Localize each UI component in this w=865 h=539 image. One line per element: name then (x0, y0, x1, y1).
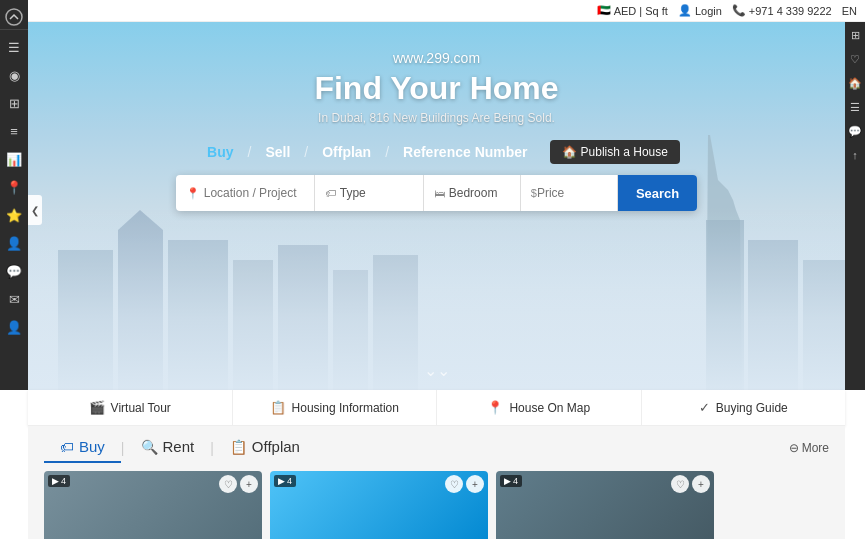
more-label: More (802, 441, 829, 455)
bedroom-select[interactable]: Bedroom Studio 1 2 3+ (449, 186, 510, 200)
property-card-2[interactable]: ▶ 4 ♡ + (270, 471, 488, 539)
hero-content: www.299.com Find Your Home In Dubai, 816… (176, 50, 698, 211)
chevron-left-icon: ❮ (31, 205, 39, 216)
content-tabs: 🏷 Buy | 🔍 Rent | 📋 Offplan ⊖ More (44, 438, 829, 463)
language-selector[interactable]: EN (842, 5, 857, 17)
hero-title: Find Your Home (314, 70, 558, 107)
type-icon: 🏷 (325, 187, 336, 199)
sidebar-star-icon[interactable]: ⭐ (1, 202, 27, 228)
nav-tab-sell[interactable]: Sell (251, 139, 304, 165)
nav-tab-offplan[interactable]: Offplan (308, 139, 385, 165)
card-actions-3: ♡ + (671, 475, 710, 493)
buy-tab-icon: 🏷 (60, 439, 74, 455)
right-panel-menu-icon[interactable]: ☰ (846, 98, 864, 116)
flag-icon: 🇦🇪 (597, 4, 611, 17)
scroll-indicator[interactable]: ⌄⌄ (424, 361, 450, 380)
right-panel-home-icon[interactable]: 🏠 (846, 74, 864, 92)
tab-buy[interactable]: 🏷 Buy (44, 438, 121, 463)
sidebar-location-icon[interactable]: 📍 (1, 174, 27, 200)
video-icon-3: ▶ (504, 476, 511, 486)
sidebar-user-icon[interactable]: 👤 (1, 230, 27, 256)
property-card-1[interactable]: ▶ 4 ♡ + (44, 471, 262, 539)
location-icon: 📍 (186, 187, 200, 200)
offplan-tab-icon: 📋 (230, 439, 247, 455)
buying-guide-label: Buying Guide (716, 401, 788, 415)
svg-point-0 (6, 9, 22, 25)
publish-icon: 🏠 (562, 145, 577, 159)
user-icon: 👤 (678, 4, 692, 17)
buying-guide-icon: ✓ (699, 400, 710, 415)
phone-label: +971 4 339 9222 (749, 5, 832, 17)
card-heart-1[interactable]: ♡ (219, 475, 237, 493)
login-label: Login (695, 5, 722, 17)
publish-label: Publish a House (581, 145, 668, 159)
nav-tab-reference[interactable]: Reference Number (389, 139, 542, 165)
card-actions-2: ♡ + (445, 475, 484, 493)
nav-tab-buy[interactable]: Buy (193, 139, 247, 165)
hero-domain: www.299.com (393, 50, 480, 66)
type-select[interactable]: Type Apartment Villa Townhouse (340, 186, 413, 200)
phone-number[interactable]: 📞 +971 4 339 9222 (732, 4, 832, 17)
house-on-map-icon: 📍 (487, 400, 503, 415)
currency-label: AED | Sq ft (614, 5, 668, 17)
search-nav: Buy / Sell / Offplan / Reference Number … (193, 139, 680, 165)
right-panel-grid-icon[interactable]: ⊞ (846, 26, 864, 44)
offplan-tab-label: Offplan (252, 438, 300, 455)
sidebar-grid-icon[interactable]: ⊞ (1, 90, 27, 116)
content-section: 🏷 Buy | 🔍 Rent | 📋 Offplan ⊖ More ▶ 4 ♡ (28, 426, 845, 539)
right-panel-chat-icon[interactable]: 💬 (846, 122, 864, 140)
logo-icon[interactable] (0, 4, 28, 30)
buying-guide-nav[interactable]: ✓ Buying Guide (642, 390, 846, 425)
location-field[interactable]: 📍 (176, 175, 315, 211)
sidebar-chart-icon[interactable]: 📊 (1, 146, 27, 172)
card-plus-2[interactable]: + (466, 475, 484, 493)
video-badge-3: ▶ 4 (500, 475, 522, 487)
type-field[interactable]: 🏷 Type Apartment Villa Townhouse (315, 175, 424, 211)
housing-info-label: Housing Information (292, 401, 399, 415)
right-panel-up-icon[interactable]: ↑ (846, 146, 864, 164)
language-label: EN (842, 5, 857, 17)
card-heart-2[interactable]: ♡ (445, 475, 463, 493)
sidebar-menu-icon[interactable]: ☰ (1, 34, 27, 60)
sidebar-profile-icon[interactable]: 👤 (1, 314, 27, 340)
card-plus-1[interactable]: + (240, 475, 258, 493)
left-sidebar: ☰ ◉ ⊞ ≡ 📊 📍 ⭐ 👤 💬 ✉ 👤 (0, 0, 28, 390)
video-icon-1: ▶ (52, 476, 59, 486)
house-on-map-nav[interactable]: 📍 House On Map (437, 390, 642, 425)
video-icon-2: ▶ (278, 476, 285, 486)
phone-icon: 📞 (732, 4, 746, 17)
sidebar-circle-icon[interactable]: ◉ (1, 62, 27, 88)
right-panel: ⊞ ♡ 🏠 ☰ 💬 ↑ (845, 22, 865, 390)
login-button[interactable]: 👤 Login (678, 4, 722, 17)
property-card-3[interactable]: ▶ 4 ♡ + (496, 471, 714, 539)
tab-rent[interactable]: 🔍 Rent (125, 438, 211, 463)
housing-info-nav[interactable]: 📋 Housing Information (233, 390, 438, 425)
publish-house-button[interactable]: 🏠 Publish a House (550, 140, 680, 164)
video-badge-2: ▶ 4 (274, 475, 296, 487)
card-actions-1: ♡ + (219, 475, 258, 493)
hero-section: www.299.com Find Your Home In Dubai, 816… (28, 22, 845, 390)
virtual-tour-nav[interactable]: 🎬 Virtual Tour (28, 390, 233, 425)
top-bar-right: 🇦🇪 AED | Sq ft 👤 Login 📞 +971 4 339 9222… (597, 4, 857, 17)
top-bar: 🇦🇪 AED | Sq ft 👤 Login 📞 +971 4 339 9222… (28, 0, 865, 22)
card-heart-3[interactable]: ♡ (671, 475, 689, 493)
bedroom-icon: 🛏 (434, 187, 445, 199)
sidebar-mail-icon[interactable]: ✉ (1, 286, 27, 312)
right-panel-heart-icon[interactable]: ♡ (846, 50, 864, 68)
currency-selector[interactable]: 🇦🇪 AED | Sq ft (597, 4, 668, 17)
card-plus-3[interactable]: + (692, 475, 710, 493)
rent-tab-icon: 🔍 (141, 439, 158, 455)
search-button[interactable]: Search (618, 175, 697, 211)
price-input[interactable] (537, 186, 607, 200)
property-cards-row: ▶ 4 ♡ + ▶ 4 ♡ + ▶ 4 (44, 471, 829, 539)
more-link[interactable]: ⊖ More (789, 441, 829, 461)
location-input[interactable] (204, 186, 304, 200)
price-field[interactable]: $ (521, 175, 618, 211)
sidebar-expand-button[interactable]: ❮ (28, 195, 42, 225)
virtual-tour-icon: 🎬 (89, 400, 105, 415)
bedroom-field[interactable]: 🛏 Bedroom Studio 1 2 3+ (424, 175, 521, 211)
tab-offplan[interactable]: 📋 Offplan (214, 438, 316, 463)
bottom-nav: 🎬 Virtual Tour 📋 Housing Information 📍 H… (28, 390, 845, 426)
sidebar-chat-icon[interactable]: 💬 (1, 258, 27, 284)
sidebar-list-icon[interactable]: ≡ (1, 118, 27, 144)
